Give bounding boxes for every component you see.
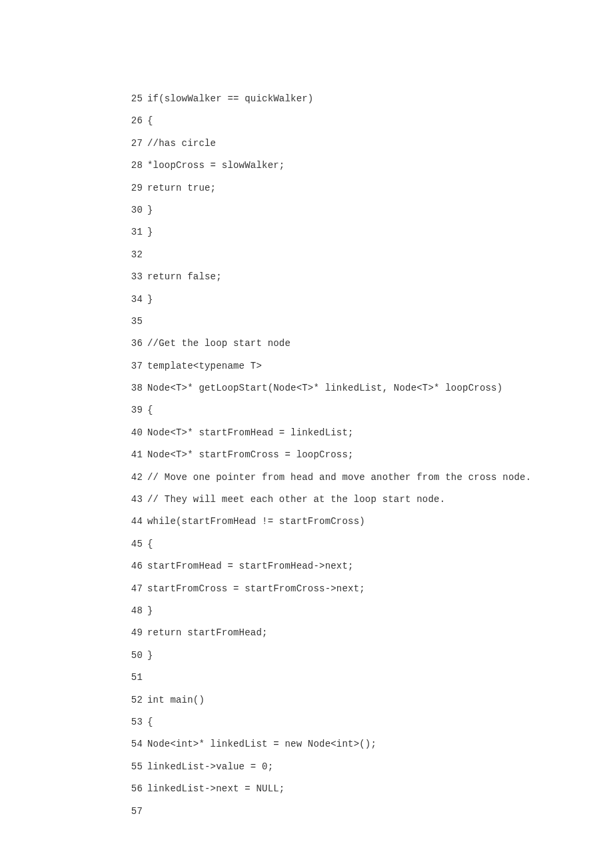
line-number: 39 bbox=[128, 405, 143, 415]
code-line: 38Node<T>* getLoopStart(Node<T>* linkedL… bbox=[128, 383, 613, 405]
line-number: 28 bbox=[128, 160, 143, 171]
code-line: 39{ bbox=[128, 405, 613, 427]
line-number: 41 bbox=[128, 449, 143, 460]
code-page: 25if(slowWalker == quickWalker) 26{ 27//… bbox=[0, 0, 613, 868]
code-line: 51 bbox=[128, 672, 613, 694]
code-text: *loopCross = slowWalker; bbox=[147, 160, 285, 171]
code-text: { bbox=[147, 115, 153, 126]
code-line: 45{ bbox=[128, 539, 613, 561]
line-number: 29 bbox=[128, 183, 143, 193]
code-line: 52int main() bbox=[128, 695, 613, 717]
code-line: 46startFromHead = startFromHead->next; bbox=[128, 561, 613, 583]
code-line: 37template<typename T> bbox=[128, 361, 613, 383]
code-text: Node<int>* linkedList = new Node<int>(); bbox=[147, 739, 376, 749]
code-line: 48} bbox=[128, 605, 613, 627]
line-number: 35 bbox=[128, 316, 143, 327]
code-line: 29return true; bbox=[128, 183, 613, 205]
line-number: 26 bbox=[128, 115, 143, 126]
line-number: 56 bbox=[128, 783, 143, 794]
code-line: 28*loopCross = slowWalker; bbox=[128, 160, 613, 182]
code-line: 44while(startFromHead != startFromCross) bbox=[128, 516, 613, 538]
code-text: //Get the loop start node bbox=[147, 338, 291, 349]
code-text: startFromCross = startFromCross->next; bbox=[147, 583, 365, 594]
code-text: return true; bbox=[147, 183, 216, 193]
code-text: // Move one pointer from head and move a… bbox=[147, 472, 531, 483]
code-text: Node<T>* startFromCross = loopCross; bbox=[147, 449, 354, 460]
code-text: return false; bbox=[147, 271, 222, 282]
code-line: 31} bbox=[128, 227, 613, 249]
code-line: 40Node<T>* startFromHead = linkedList; bbox=[128, 427, 613, 449]
line-number: 46 bbox=[128, 561, 143, 571]
code-text: // They will meet each other at the loop… bbox=[147, 494, 445, 505]
code-line: 56linkedList->next = NULL; bbox=[128, 783, 613, 805]
code-text: template<typename T> bbox=[147, 361, 262, 371]
code-line: 26{ bbox=[128, 115, 613, 137]
code-line: 43// They will meet each other at the lo… bbox=[128, 494, 613, 516]
code-line: 54Node<int>* linkedList = new Node<int>(… bbox=[128, 739, 613, 761]
code-text: { bbox=[147, 539, 153, 549]
line-number: 57 bbox=[128, 806, 143, 817]
line-number: 52 bbox=[128, 695, 143, 705]
code-line: 34} bbox=[128, 294, 613, 316]
code-line: 36//Get the loop start node bbox=[128, 338, 613, 360]
line-number: 44 bbox=[128, 516, 143, 527]
code-text: int main() bbox=[147, 695, 205, 705]
line-number: 40 bbox=[128, 427, 143, 438]
code-line: 33return false; bbox=[128, 271, 613, 293]
line-number: 50 bbox=[128, 650, 143, 661]
code-line: 55linkedList->value = 0; bbox=[128, 761, 613, 783]
line-number: 33 bbox=[128, 271, 143, 282]
code-text: if(slowWalker == quickWalker) bbox=[147, 93, 313, 104]
line-number: 42 bbox=[128, 472, 143, 483]
code-line: 49return startFromHead; bbox=[128, 627, 613, 649]
code-text: linkedList->value = 0; bbox=[147, 761, 273, 772]
code-text: while(startFromHead != startFromCross) bbox=[147, 516, 365, 527]
code-line: 25if(slowWalker == quickWalker) bbox=[128, 93, 613, 115]
code-text: //has circle bbox=[147, 138, 216, 149]
line-number: 27 bbox=[128, 138, 143, 149]
code-text: } bbox=[147, 294, 153, 305]
code-line: 47startFromCross = startFromCross->next; bbox=[128, 583, 613, 605]
line-number: 25 bbox=[128, 93, 143, 104]
line-number: 32 bbox=[128, 249, 143, 260]
line-number: 37 bbox=[128, 361, 143, 371]
code-line: 41Node<T>* startFromCross = loopCross; bbox=[128, 449, 613, 471]
code-text: startFromHead = startFromHead->next; bbox=[147, 561, 354, 571]
code-line: 32 bbox=[128, 249, 613, 271]
code-text: } bbox=[147, 605, 153, 616]
code-text: { bbox=[147, 717, 153, 727]
code-text: { bbox=[147, 405, 153, 415]
code-text: } bbox=[147, 205, 153, 215]
line-number: 55 bbox=[128, 761, 143, 772]
line-number: 31 bbox=[128, 227, 143, 237]
code-text: Node<T>* startFromHead = linkedList; bbox=[147, 427, 354, 438]
line-number: 43 bbox=[128, 494, 143, 505]
code-text: Node<T>* getLoopStart(Node<T>* linkedLis… bbox=[147, 383, 502, 393]
code-line: 53{ bbox=[128, 717, 613, 739]
code-line: 30} bbox=[128, 205, 613, 227]
line-number: 51 bbox=[128, 672, 143, 683]
line-number: 49 bbox=[128, 627, 143, 638]
code-line: 35 bbox=[128, 316, 613, 338]
code-text: } bbox=[147, 227, 153, 237]
line-number: 34 bbox=[128, 294, 143, 305]
line-number: 54 bbox=[128, 739, 143, 749]
code-line: 57 bbox=[128, 806, 613, 828]
line-number: 38 bbox=[128, 383, 143, 393]
code-line: 42// Move one pointer from head and move… bbox=[128, 472, 613, 494]
line-number: 36 bbox=[128, 338, 143, 349]
code-text: } bbox=[147, 650, 153, 661]
line-number: 45 bbox=[128, 539, 143, 549]
code-text: linkedList->next = NULL; bbox=[147, 783, 285, 794]
code-line: 27//has circle bbox=[128, 138, 613, 160]
code-line: 50} bbox=[128, 650, 613, 672]
line-number: 53 bbox=[128, 717, 143, 727]
line-number: 48 bbox=[128, 605, 143, 616]
line-number: 30 bbox=[128, 205, 143, 215]
line-number: 47 bbox=[128, 583, 143, 594]
code-text: return startFromHead; bbox=[147, 627, 268, 638]
